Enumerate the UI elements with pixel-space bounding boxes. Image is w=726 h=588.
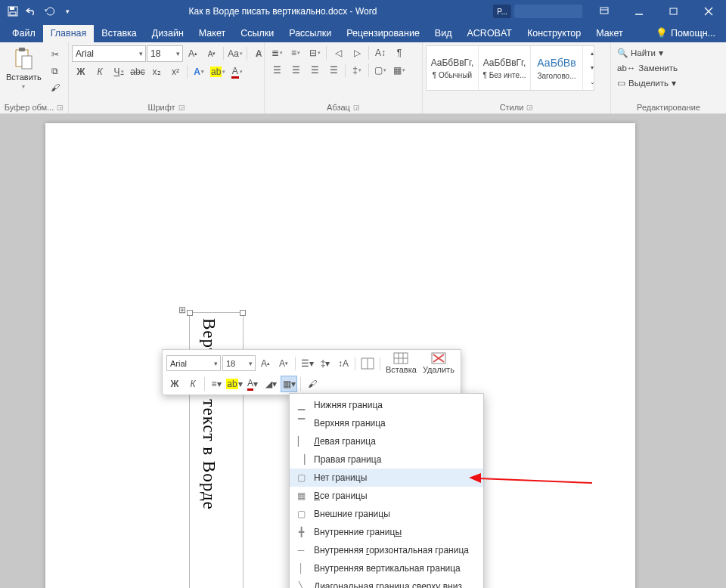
mini-line-spacing-icon[interactable]: ‡▾: [317, 355, 334, 372]
format-painter-icon[interactable]: 🖌: [46, 80, 64, 95]
tab-references[interactable]: Ссылки: [233, 25, 281, 42]
bullets-icon[interactable]: ≣▾: [268, 45, 286, 60]
mini-bold[interactable]: Ж: [166, 376, 183, 392]
increase-indent-icon[interactable]: ▷: [348, 45, 366, 60]
tell-me[interactable]: 💡Помощн...: [648, 24, 726, 42]
paste-button[interactable]: Вставить ▾: [3, 45, 45, 91]
minimize-button[interactable]: [622, 0, 656, 23]
mini-highlight-icon[interactable]: ab▾: [226, 376, 243, 392]
border-diag-down[interactable]: ╲Диагональная граница сверху вниз: [290, 577, 483, 588]
dialog-launcher-icon[interactable]: ◲: [526, 104, 533, 111]
underline-button[interactable]: Ч▾: [110, 64, 128, 79]
font-size-combo[interactable]: 18: [147, 45, 183, 62]
tab-mailings[interactable]: Рассылки: [281, 25, 339, 42]
border-right[interactable]: ▕Правая граница: [290, 450, 483, 469]
tab-acrobat[interactable]: ACROBAT: [459, 25, 520, 42]
font-family-combo[interactable]: Arial: [72, 45, 146, 62]
grow-font-icon[interactable]: A▴: [184, 46, 202, 61]
italic-button[interactable]: К: [91, 64, 109, 79]
style-heading[interactable]: АаБбВвЗаголово...: [531, 46, 583, 90]
ribbon-options-icon[interactable]: [587, 0, 622, 23]
border-bottom[interactable]: ▁Нижняя граница: [290, 396, 483, 414]
mini-align-icon[interactable]: ☰▾: [299, 355, 315, 372]
change-case-icon[interactable]: Aa▾: [226, 46, 244, 61]
border-inside[interactable]: ╋Внутренние границы: [290, 523, 483, 541]
tab-view[interactable]: Вид: [427, 25, 460, 42]
cut-icon[interactable]: ✂: [46, 47, 64, 62]
maximize-button[interactable]: [656, 0, 691, 23]
tab-table-layout[interactable]: Макет: [588, 25, 630, 42]
tab-home[interactable]: Главная: [43, 25, 95, 42]
select-button[interactable]: ▭Выделить▾: [614, 76, 679, 91]
highlight-icon[interactable]: ab▾: [209, 64, 227, 79]
style-no-spacing[interactable]: АаБбВвГг,¶ Без инте...: [479, 46, 531, 90]
border-inside-v[interactable]: │Внутренняя вертикальная граница: [290, 559, 483, 577]
handle-nw[interactable]: [187, 310, 193, 316]
border-top[interactable]: ▔Верхняя граница: [290, 414, 483, 432]
styles-more-icon[interactable]: ⌄: [583, 75, 601, 89]
mini-shading-icon[interactable]: ◢▾: [262, 376, 279, 392]
tab-design[interactable]: Дизайн: [144, 25, 191, 42]
vertical-text[interactable]: Верт ный текст в Ворде: [199, 318, 219, 510]
bold-button[interactable]: Ж: [72, 64, 90, 79]
show-marks-icon[interactable]: ¶: [390, 45, 408, 60]
border-all[interactable]: ▦Все границы: [290, 487, 483, 505]
font-color-icon[interactable]: A▾: [228, 64, 246, 79]
mini-font-combo[interactable]: Arial: [166, 355, 221, 371]
clear-format-icon[interactable]: A̷: [250, 46, 268, 61]
mini-text-direction-icon[interactable]: ↕A: [335, 355, 352, 372]
mini-italic[interactable]: К: [185, 376, 201, 392]
mini-delete-button[interactable]: Удалить: [420, 352, 457, 374]
tab-insert[interactable]: Вставка: [94, 25, 144, 42]
mini-font-color-icon[interactable]: A▾: [244, 376, 261, 392]
mini-shrink-font-icon[interactable]: A▾: [275, 355, 292, 372]
line-spacing-icon[interactable]: ‡▾: [348, 63, 366, 78]
multilevel-icon[interactable]: ⊟▾: [306, 45, 324, 60]
mini-borders-button[interactable]: ▦▾: [281, 376, 297, 392]
border-outside[interactable]: ▢Внешние границы: [290, 505, 483, 523]
shrink-font-icon[interactable]: A▾: [203, 46, 221, 61]
styles-up-icon[interactable]: ▴: [583, 46, 601, 60]
styles-down-icon[interactable]: ▾: [583, 60, 601, 75]
text-effects-icon[interactable]: A▾: [190, 64, 208, 79]
replace-button[interactable]: ab↔Заменить: [614, 60, 681, 76]
undo-icon[interactable]: [23, 3, 39, 20]
align-left-icon[interactable]: ☰: [268, 63, 286, 78]
border-left[interactable]: ▏Левая граница: [290, 432, 483, 450]
account-area[interactable]: [514, 5, 582, 18]
superscript-button[interactable]: x²: [166, 64, 185, 79]
borders-icon[interactable]: ▦▾: [390, 63, 408, 78]
mini-border-style-icon[interactable]: ≡▾: [208, 376, 225, 392]
align-right-icon[interactable]: ☰: [306, 63, 324, 78]
handle-ne[interactable]: [240, 310, 246, 316]
redo-icon[interactable]: [41, 3, 57, 20]
style-normal[interactable]: АаБбВвГг,¶ Обычный: [427, 46, 479, 90]
mini-size-combo[interactable]: 18: [222, 355, 256, 371]
dialog-launcher-icon[interactable]: ◲: [178, 104, 185, 111]
justify-icon[interactable]: ☰: [324, 63, 343, 78]
copy-icon[interactable]: ⧉: [46, 63, 64, 79]
border-none[interactable]: ▢Нет границы: [290, 469, 483, 487]
border-inside-h[interactable]: ─Внутренняя горизонтальная граница: [290, 541, 483, 559]
find-button[interactable]: 🔍Найти▾: [614, 45, 666, 60]
numbering-icon[interactable]: ≡▾: [287, 45, 305, 60]
sort-icon[interactable]: A↕: [371, 45, 389, 60]
close-button[interactable]: [691, 0, 726, 23]
strike-button[interactable]: abc: [129, 64, 147, 79]
styles-gallery[interactable]: АаБбВвГг,¶ Обычный АаБбВвГг,¶ Без инте..…: [426, 45, 594, 91]
subscript-button[interactable]: x₂: [147, 64, 166, 79]
save-icon[interactable]: [5, 3, 21, 20]
mini-format-painter-icon[interactable]: 🖌: [304, 376, 321, 392]
shading-icon[interactable]: ▢▾: [371, 63, 389, 78]
mini-grow-font-icon[interactable]: A▴: [257, 355, 274, 372]
tab-layout[interactable]: Макет: [191, 25, 233, 42]
tab-table-design[interactable]: Конструктор: [520, 25, 588, 42]
tab-file[interactable]: Файл: [5, 25, 43, 42]
mini-insert-button[interactable]: Вставка: [383, 352, 419, 374]
tab-review[interactable]: Рецензирование: [339, 25, 427, 42]
dialog-launcher-icon[interactable]: ◲: [353, 104, 360, 111]
align-center-icon[interactable]: ☰: [287, 63, 305, 78]
dialog-launcher-icon[interactable]: ◲: [57, 104, 64, 111]
user-badge[interactable]: P...: [493, 5, 511, 18]
document-area[interactable]: ⊞ Верт ный текст в Ворде Arial 18 A▴ A▾ …: [0, 114, 726, 588]
